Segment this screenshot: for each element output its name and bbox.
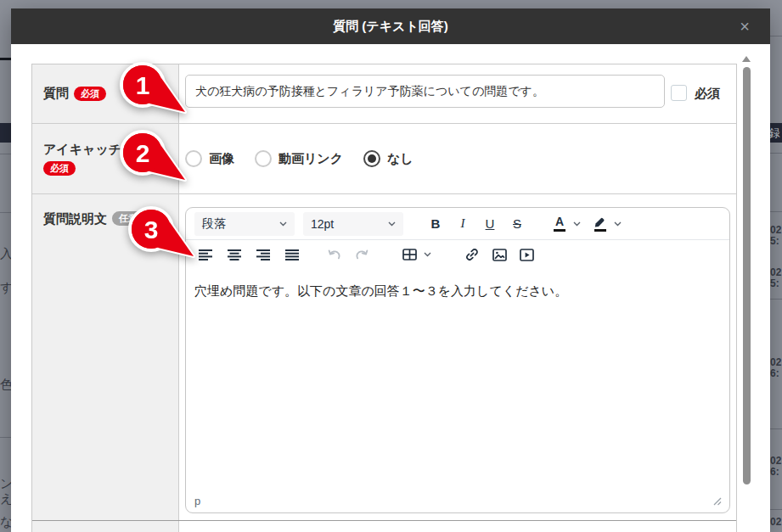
required-checkbox-label: 必須 (695, 86, 720, 102)
insert-link-button[interactable] (461, 244, 483, 266)
italic-icon: I (461, 216, 465, 231)
bg-left-line (0, 212, 11, 213)
insert-media-button[interactable] (515, 244, 537, 266)
bg-right-line (769, 299, 782, 300)
redo-button[interactable] (351, 244, 373, 266)
image-icon (492, 249, 507, 261)
radio-label: 動画リンク (278, 151, 343, 167)
bg-right-line (769, 153, 782, 154)
align-right-button[interactable] (252, 244, 274, 266)
redo-icon (355, 249, 368, 260)
bg-text-fragment: ン (0, 476, 11, 492)
chevron-down-icon (424, 252, 431, 257)
bg-time-fragment: 02 (770, 516, 782, 528)
bg-time-fragment: 02 (770, 224, 782, 236)
description-label: 質問説明文 (43, 211, 107, 227)
font-size-value: 12pt (311, 217, 334, 231)
bg-time-fragment: 02 (770, 455, 782, 467)
bg-left-divider (0, 58, 11, 60)
callout-1: 1 (117, 59, 188, 117)
table-button[interactable] (398, 244, 420, 266)
bg-time-fragment: 5: (770, 235, 782, 247)
radio-label: 画像 (209, 151, 234, 167)
highlight-color-chevron[interactable] (610, 212, 624, 236)
bg-time-fragment: 02 (770, 266, 782, 278)
align-justify-icon (284, 249, 300, 260)
question-label: 質問 (43, 86, 69, 102)
callout-number: 1 (136, 71, 150, 99)
text-color-chevron[interactable] (570, 212, 583, 236)
close-icon[interactable]: × (733, 8, 757, 44)
editor-paragraph[interactable]: 穴埋め問題です。以下の文章の回答１〜３を入力してください。 (194, 281, 721, 300)
radio-option-video-link[interactable]: 動画リンク (255, 150, 343, 167)
link-icon (465, 248, 479, 261)
underline-button[interactable]: U (478, 212, 502, 236)
editor-status-bar: p (186, 492, 729, 512)
paragraph-format-select[interactable]: 段落 (194, 212, 295, 236)
chevron-down-icon (388, 221, 396, 227)
italic-button[interactable]: I (451, 212, 475, 236)
next-row-label-cell (32, 521, 179, 532)
bg-right-dark-block: 録 (769, 123, 782, 143)
bg-right-line (769, 428, 782, 429)
bg-time-fragment: 6: (770, 367, 782, 379)
callout-number: 2 (136, 139, 150, 167)
radio-option-image[interactable]: 画像 (185, 150, 234, 167)
radio-label: なし (387, 151, 414, 167)
required-badge: 必須 (43, 161, 76, 176)
next-row-partial (32, 521, 736, 532)
radio-selected-icon[interactable] (363, 150, 380, 167)
bg-text-fragment: 入 (0, 246, 11, 262)
table-icon (402, 249, 417, 260)
resize-handle-icon[interactable] (712, 496, 722, 506)
radio-icon[interactable] (255, 150, 272, 167)
radio-option-none[interactable]: なし (363, 150, 414, 167)
undo-icon (328, 249, 341, 260)
bg-left-line (0, 437, 11, 438)
editor-toolbar-row1: 段落 12pt B I U S (186, 208, 729, 239)
text-color-icon: A (555, 216, 564, 227)
font-size-select[interactable]: 12pt (303, 212, 403, 236)
align-center-button[interactable] (223, 244, 245, 266)
align-justify-button[interactable] (281, 244, 303, 266)
bg-text-fragment: 色 (0, 377, 11, 393)
bg-right-line (769, 509, 782, 510)
required-badge: 必須 (74, 87, 106, 101)
align-left-button[interactable] (194, 244, 217, 266)
bg-time-fragment: 6: (770, 466, 782, 478)
media-icon (520, 249, 534, 261)
highlighter-pen-icon (594, 216, 607, 227)
modal-title: 質問 (テキスト回答) (11, 8, 770, 44)
bold-button[interactable]: B (424, 212, 447, 236)
align-right-icon (256, 249, 271, 260)
next-row-content-cell (179, 521, 736, 532)
rich-text-editor: 段落 12pt B I U S (185, 207, 730, 513)
scroll-up-arrow-icon[interactable] (742, 56, 751, 62)
bold-icon: B (431, 216, 441, 231)
bg-right-line (769, 211, 782, 212)
strikethrough-button[interactable]: S (505, 212, 529, 236)
bg-time-fragment: 02 (770, 356, 782, 368)
eyecatch-content-cell: 画像 動画リンク なし (179, 124, 736, 193)
modal-header: 質問 (テキスト回答) × (11, 8, 770, 44)
underline-icon: U (486, 216, 495, 231)
callout-number: 3 (144, 216, 159, 244)
bg-text-fragment: す (0, 280, 11, 296)
modal-body: 質問 必須 必須 アイキャッチ 必須 (11, 44, 770, 532)
undo-button[interactable] (323, 244, 346, 266)
table-chevron[interactable] (420, 243, 434, 266)
text-color-button[interactable]: A (549, 212, 570, 236)
insert-image-button[interactable] (488, 244, 510, 266)
modal-scrollbar[interactable] (740, 49, 752, 532)
editor-content-area[interactable]: 穴埋め問題です。以下の文章の回答１〜３を入力してください。 (186, 269, 729, 492)
bg-text-fragment: え (0, 491, 11, 507)
highlight-color-button[interactable] (590, 212, 610, 236)
chevron-down-icon (614, 221, 622, 227)
text-color-swatch (554, 229, 565, 232)
scrollbar-thumb[interactable] (743, 67, 751, 484)
element-path: p (194, 495, 200, 507)
question-input[interactable] (185, 75, 665, 108)
align-left-icon (198, 249, 213, 260)
required-checkbox[interactable] (671, 85, 687, 101)
highlight-color-swatch (594, 229, 606, 232)
